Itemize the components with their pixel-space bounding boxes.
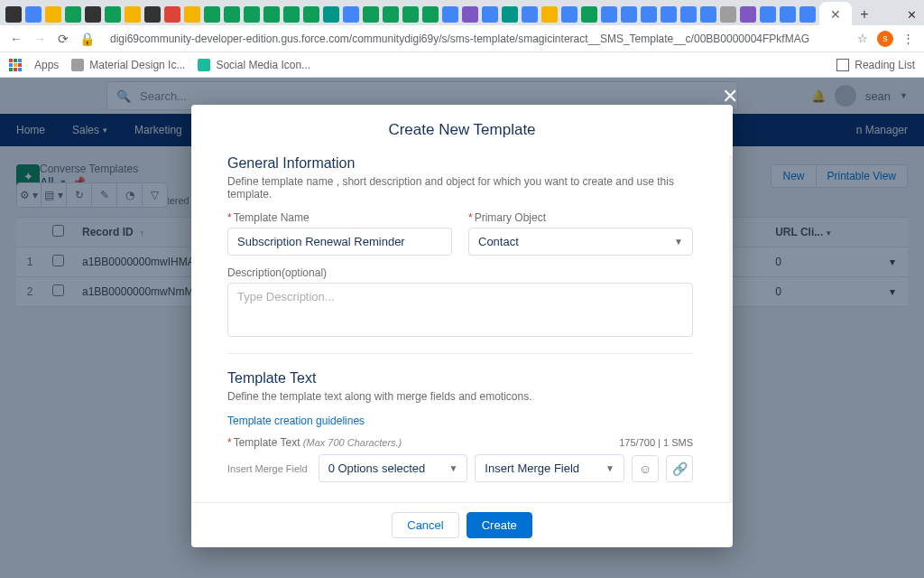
section-general-info: General Information Define template name… [227, 155, 693, 337]
description-label: Description(optional) [227, 266, 693, 279]
tab-favicon[interactable] [5, 6, 22, 23]
close-icon[interactable]: ✕ [830, 7, 841, 22]
tab-favicon[interactable] [224, 6, 240, 23]
tab-favicon[interactable] [541, 6, 558, 23]
tab-favicon[interactable] [502, 6, 518, 23]
chevron-down-icon: ▼ [674, 237, 683, 247]
modal-footer: Cancel Create [191, 502, 733, 547]
tab-strip: ✕ + ✕ [0, 0, 924, 25]
char-counter: 175/700 | 1 SMS [619, 437, 693, 448]
chevron-down-icon: ▼ [605, 463, 614, 473]
profile-avatar[interactable]: s [877, 31, 893, 47]
tab-favicon[interactable] [144, 6, 161, 23]
bookmark-star-icon[interactable]: ☆ [857, 32, 868, 45]
tab-favicon[interactable] [383, 6, 399, 23]
bookmark-icon [198, 59, 210, 71]
chevron-down-icon: ▼ [448, 463, 457, 473]
select-value: Contact [478, 235, 519, 248]
tab-favicon[interactable] [164, 6, 180, 23]
bookmark-label: Social Media Icon... [216, 59, 310, 71]
active-tab[interactable]: ✕ [819, 2, 852, 27]
tab-favicon[interactable] [303, 6, 319, 23]
bookmarks-bar: Apps Material Design Ic... Social Media … [0, 52, 924, 78]
section-template-text: Template Text Define the template text a… [227, 370, 693, 482]
merge-field-label: Insert Merge Field [227, 463, 311, 474]
tab-favicon[interactable] [720, 6, 736, 23]
reading-list[interactable]: Reading List [836, 59, 915, 71]
tab-favicon[interactable] [522, 6, 538, 23]
apps-icon[interactable] [9, 59, 22, 71]
section-heading: Template Text [227, 370, 693, 387]
new-tab-button[interactable]: + [855, 6, 873, 23]
section-description: Define template name , short description… [227, 175, 693, 200]
bookmark-icon [71, 59, 84, 71]
kebab-menu-icon[interactable]: ⋮ [902, 32, 915, 45]
emoji-button[interactable]: ☺ [632, 455, 659, 482]
tab-favicon[interactable] [780, 6, 796, 23]
back-icon[interactable]: ← [9, 32, 23, 46]
tab-favicon[interactable] [442, 6, 458, 23]
forward-icon[interactable]: → [32, 32, 47, 46]
tab-favicon[interactable] [661, 6, 677, 23]
tab-favicon[interactable] [799, 6, 816, 23]
template-text-label: *Template Text (Max 700 Characters.) [227, 436, 402, 449]
divider [227, 353, 693, 354]
tab-favicon[interactable] [700, 6, 716, 23]
apps-label[interactable]: Apps [34, 59, 59, 71]
section-heading: General Information [227, 155, 693, 172]
url-input[interactable]: digi69community-developer-edition.gus.fo… [103, 29, 848, 49]
tab-favicon[interactable] [25, 6, 42, 23]
tab-favicon[interactable] [85, 6, 101, 23]
select-value: Insert Merge Field [485, 461, 579, 475]
tab-favicon[interactable] [323, 6, 339, 23]
cancel-button[interactable]: Cancel [392, 512, 458, 538]
tab-favicon[interactable] [343, 6, 359, 23]
link-button[interactable]: 🔗 [666, 455, 693, 482]
tab-favicon[interactable] [581, 6, 597, 23]
tab-favicon[interactable] [244, 6, 260, 23]
create-template-modal: Create New Template General Information … [191, 105, 733, 547]
tab-favicon[interactable] [740, 6, 756, 23]
section-description: Define the template text along with merg… [227, 390, 693, 403]
primary-object-label: *Primary Object [468, 211, 693, 224]
tab-favicon[interactable] [65, 6, 81, 23]
tab-favicon[interactable] [283, 6, 300, 23]
reading-list-label: Reading List [855, 59, 915, 71]
address-bar: ← → ⟳ 🔒 digi69community-developer-editio… [0, 25, 924, 52]
guidelines-link[interactable]: Template creation guidelines [227, 415, 365, 427]
tab-favicon[interactable] [363, 6, 379, 23]
template-name-label: *Template Name [227, 211, 452, 224]
description-textarea[interactable] [227, 283, 693, 337]
tab-favicon[interactable] [105, 6, 121, 23]
tab-favicon[interactable] [601, 6, 617, 23]
tab-favicon[interactable] [402, 6, 419, 23]
browser-chrome: ✕ + ✕ ← → ⟳ 🔒 digi69community-developer-… [0, 0, 924, 78]
tab-favicon[interactable] [561, 6, 578, 23]
tab-favicon[interactable] [680, 6, 697, 23]
select-value: 0 Options selected [328, 461, 426, 475]
lock-icon: 🔒 [79, 32, 94, 46]
bookmark-label: Material Design Ic... [89, 59, 185, 71]
modal-title: Create New Template [191, 105, 733, 155]
reload-icon[interactable]: ⟳ [56, 32, 70, 46]
tab-favicon[interactable] [184, 6, 200, 23]
tab-favicon[interactable] [263, 6, 280, 23]
tab-favicon[interactable] [422, 6, 439, 23]
merge-field-select[interactable]: Insert Merge Field ▼ [475, 454, 624, 482]
template-name-input[interactable] [227, 228, 452, 256]
bookmark-item[interactable]: Social Media Icon... [198, 59, 310, 71]
tab-favicon[interactable] [45, 6, 61, 23]
primary-object-select[interactable]: Contact ▼ [468, 228, 693, 256]
tab-favicon[interactable] [462, 6, 478, 23]
tab-favicon[interactable] [760, 6, 776, 23]
create-button[interactable]: Create [467, 512, 532, 538]
tab-favicon[interactable] [125, 6, 141, 23]
reading-list-icon [836, 59, 849, 71]
merge-options-select[interactable]: 0 Options selected ▼ [319, 454, 468, 482]
tab-favicon[interactable] [482, 6, 498, 23]
window-close-icon[interactable]: ✕ [904, 8, 919, 22]
tab-favicon[interactable] [204, 6, 220, 23]
bookmark-item[interactable]: Material Design Ic... [71, 59, 185, 71]
tab-favicon[interactable] [641, 6, 657, 23]
tab-favicon[interactable] [621, 6, 637, 23]
